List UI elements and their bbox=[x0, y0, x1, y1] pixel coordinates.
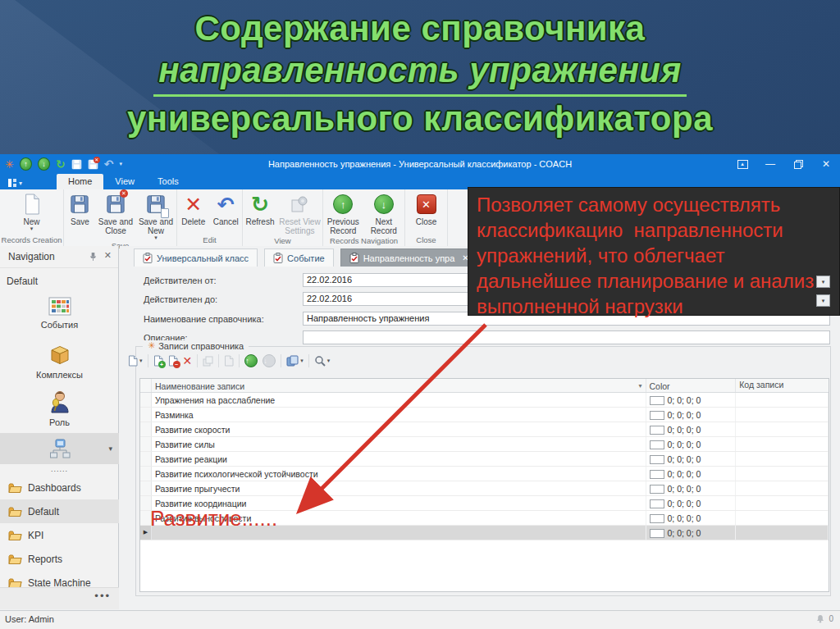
minimize-icon[interactable]: — bbox=[756, 154, 784, 174]
record-name-cell: Разминка bbox=[152, 408, 646, 422]
chevron-down-icon: ▾ bbox=[327, 358, 331, 364]
network-icon bbox=[49, 439, 71, 458]
records-toolbar: ▾ + − ✕ bbox=[128, 351, 330, 371]
previous-record-button[interactable]: ↑ Previous Record bbox=[323, 192, 363, 235]
paste-icon bbox=[224, 355, 234, 367]
navigation-folder-list: DashboardsDefaultKPIReportsState Machine bbox=[0, 476, 119, 595]
tab-universal-classifier[interactable]: Универсальный класс bbox=[134, 248, 258, 267]
qat-save-icon[interactable] bbox=[71, 158, 82, 170]
magnifier-icon bbox=[314, 355, 326, 367]
next-record-button[interactable]: ↓ Next Record bbox=[363, 192, 404, 235]
sidebar-item-kpi[interactable]: KPI bbox=[0, 523, 119, 547]
table-row[interactable]: Развитие психологической устойчивости0; … bbox=[140, 467, 829, 481]
color-swatch bbox=[650, 499, 664, 508]
ribbon-tab-view[interactable]: View bbox=[103, 174, 146, 189]
row-indicator bbox=[140, 408, 152, 422]
app-menu-button[interactable]: ▾ bbox=[0, 179, 29, 189]
document-tabs: Универсальный класс Событие Направленнос… bbox=[134, 248, 478, 267]
toolbar-filter-button[interactable]: ▾ bbox=[314, 355, 331, 367]
qat-previous-record-icon[interactable]: ↑ bbox=[20, 157, 32, 171]
records-table-header: Наименование записи ▾ Color Код записи bbox=[140, 379, 829, 393]
chevron-down-icon: ▾ bbox=[30, 226, 34, 231]
color-swatch bbox=[650, 440, 664, 449]
record-code-cell bbox=[736, 393, 829, 407]
description-input[interactable] bbox=[303, 330, 830, 344]
clipboard-icon bbox=[273, 253, 283, 263]
sidebar-item-label: Default bbox=[28, 506, 59, 517]
color-swatch bbox=[650, 470, 664, 479]
table-row[interactable]: Упражнения на расслабление0; 0; 0; 0 bbox=[140, 393, 829, 408]
qat-customize-chevron-icon[interactable]: ▾ bbox=[119, 158, 122, 170]
reset-view-icon bbox=[290, 192, 308, 217]
sidebar-item-default[interactable]: Default bbox=[0, 499, 119, 523]
app-logo-icon: ✳ bbox=[5, 158, 14, 170]
delete-button[interactable]: ✕ Delete bbox=[177, 192, 210, 226]
reset-view-settings-button[interactable]: Reset View Settings bbox=[277, 192, 322, 235]
toolbar-move-down-button[interactable]: ↓ bbox=[262, 354, 276, 367]
nav-item-complexes[interactable]: Комплексы bbox=[0, 344, 119, 380]
toolbar-delete-button[interactable]: ✕ bbox=[183, 354, 193, 367]
refresh-button[interactable]: ↻ Refresh bbox=[243, 192, 277, 226]
plus-badge-icon: + bbox=[158, 361, 166, 368]
folder-icon bbox=[8, 530, 22, 541]
save-button[interactable]: Save bbox=[64, 192, 96, 226]
help-pin-icon[interactable]: ▴ bbox=[728, 154, 756, 174]
sidebar-item-reports[interactable]: Reports bbox=[0, 547, 119, 571]
ribbon-group-view: ↻ Refresh Reset View Settings View bbox=[243, 189, 323, 246]
navigation-overflow[interactable]: ••• bbox=[0, 587, 119, 609]
ribbon-group-label: View bbox=[243, 235, 322, 246]
record-name-cell: Развитие скорости bbox=[152, 422, 646, 436]
titlebar[interactable]: ✳ ↑ ↓ ↻ ✕ ↶ ▾ Направленность упражнения … bbox=[0, 154, 840, 174]
clipboard-icon bbox=[349, 253, 359, 263]
slide: Содержание справочника направленность уп… bbox=[0, 0, 840, 629]
tab-event[interactable]: Событие bbox=[264, 248, 334, 267]
nav-item-events[interactable]: События bbox=[0, 297, 119, 330]
qat-refresh-icon[interactable]: ↻ bbox=[56, 158, 66, 170]
ribbon-tab-tools[interactable]: Tools bbox=[146, 174, 190, 189]
title-line-3: универсального классификатора bbox=[0, 97, 840, 141]
qat-next-record-icon[interactable]: ↓ bbox=[38, 157, 50, 171]
table-row[interactable]: Развитие скорости0; 0; 0; 0 bbox=[140, 422, 829, 437]
qat-undo-icon[interactable]: ↶ bbox=[104, 158, 114, 170]
column-header-name[interactable]: Наименование записи ▾ bbox=[152, 379, 646, 392]
cancel-button[interactable]: ↶ Cancel bbox=[210, 192, 243, 226]
table-row[interactable]: Развитие силы0; 0; 0; 0 bbox=[140, 437, 829, 452]
toolbar-move-up-button[interactable]: ↑ bbox=[244, 354, 258, 367]
tab-exercise-focus[interactable]: Направленность упра ✕ bbox=[340, 248, 478, 267]
table-row[interactable]: Развитие прыгучести0; 0; 0; 0 bbox=[140, 481, 829, 496]
valid-from-dropdown[interactable]: ▾ bbox=[816, 276, 830, 288]
record-code-cell bbox=[736, 452, 829, 466]
new-button[interactable]: New ▾ bbox=[21, 192, 43, 231]
nav-item-role[interactable]: Роль bbox=[0, 390, 119, 427]
qat-save-close-icon[interactable]: ✕ bbox=[88, 158, 98, 170]
close-window-icon[interactable]: ✕ bbox=[812, 154, 840, 174]
toolbar-copy-button[interactable] bbox=[203, 356, 213, 367]
record-code-cell bbox=[736, 467, 829, 481]
table-row[interactable]: Разминка0; 0; 0; 0 bbox=[140, 408, 829, 422]
close-panel-icon[interactable]: ✕ bbox=[104, 250, 112, 261]
save-and-close-button[interactable]: ✕ Save and Close bbox=[96, 192, 135, 235]
slide-title: Содержание справочника направленность уп… bbox=[0, 8, 840, 141]
column-header-code[interactable]: Код записи bbox=[736, 379, 829, 392]
toolbar-remove-record-button[interactable]: − bbox=[168, 355, 178, 367]
restore-icon[interactable] bbox=[784, 154, 812, 174]
pin-icon[interactable] bbox=[89, 252, 97, 263]
table-row[interactable]: Развитие реакции0; 0; 0; 0 bbox=[140, 452, 829, 467]
ribbon-tab-home[interactable]: Home bbox=[57, 174, 103, 189]
record-name-cell: Развитие прыгучести bbox=[152, 481, 646, 495]
toolbar-add-record-button[interactable]: + bbox=[153, 355, 163, 367]
column-header-color[interactable]: Color bbox=[646, 379, 737, 392]
close-record-button[interactable]: ✕ Close bbox=[409, 192, 445, 226]
next-record-icon: ↓ bbox=[374, 192, 394, 217]
clipboard-icon bbox=[143, 253, 153, 263]
bell-icon[interactable] bbox=[815, 613, 825, 624]
toolbar-new-record-button[interactable]: ▾ bbox=[128, 355, 143, 367]
nav-item-classifier-selected[interactable]: ▾ bbox=[0, 433, 119, 464]
toolbar-export-button[interactable]: ▾ bbox=[286, 355, 304, 367]
save-and-new-button[interactable]: Save and New ▾ bbox=[135, 192, 176, 240]
sidebar-item-label: Reports bbox=[28, 554, 62, 565]
sidebar-item-dashboards[interactable]: Dashboards bbox=[0, 476, 119, 499]
toolbar-paste-button[interactable] bbox=[224, 355, 234, 367]
navigation-header: Navigation ✕ bbox=[0, 246, 118, 268]
valid-to-dropdown[interactable]: ▾ bbox=[816, 294, 830, 307]
